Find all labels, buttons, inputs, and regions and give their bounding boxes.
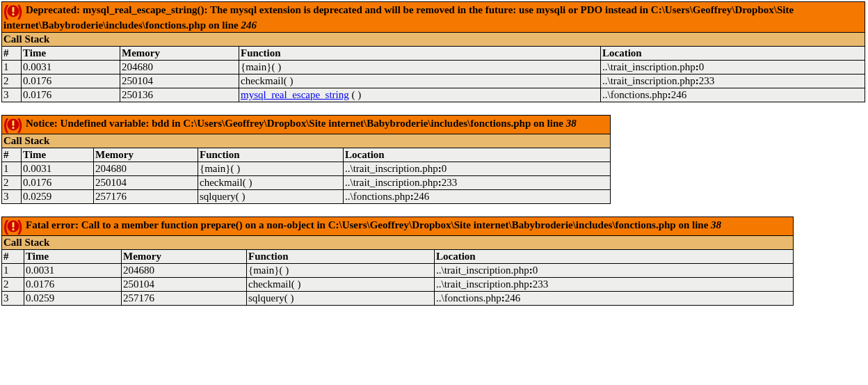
col-function: Function <box>198 148 344 162</box>
error-message-prefix: Notice: Undefined variable: bdd in C:\Us… <box>26 118 566 129</box>
cell-location: ..\fonctions.php:246 <box>435 292 794 306</box>
table-row: 20.0176250104checkmail( )..\trait_inscri… <box>2 176 611 190</box>
cell-num: 3 <box>2 292 24 306</box>
col-function: Function <box>247 250 435 264</box>
cell-function: checkmail( ) <box>198 176 344 190</box>
loc-line: 233 <box>533 278 549 290</box>
svg-rect-7 <box>13 120 15 125</box>
loc-file: ..\trait_inscription.php <box>436 265 529 276</box>
error-header: ( ) Fatal error: Call to a member functi… <box>2 217 794 236</box>
col-num: # <box>2 148 22 162</box>
error-message-prefix: Deprecated: mysql_real_escape_string(): … <box>3 4 794 31</box>
cell-function: {main}( ) <box>198 162 344 176</box>
cell-memory: 204680 <box>122 264 247 278</box>
loc-line: 233 <box>442 177 458 188</box>
cell-time: 0.0259 <box>22 190 94 204</box>
table-row: 20.0176250104checkmail( )..\trait_inscri… <box>2 278 794 292</box>
cell-location: ..\trait_inscription.php:233 <box>435 278 794 292</box>
table-row: 10.0031204680{main}( )..\trait_inscripti… <box>2 162 611 176</box>
cell-time: 0.0176 <box>22 74 120 88</box>
call-stack-label: Call Stack <box>2 236 794 250</box>
col-location: Location <box>344 148 611 162</box>
warning-icon: ( ) <box>3 3 23 19</box>
cell-location: ..\trait_inscription.php:0 <box>344 162 611 176</box>
error-header: ( ) Notice: Undefined variable: bdd in C… <box>2 116 611 134</box>
call-stack-label: Call Stack <box>2 134 611 148</box>
loc-file: ..\trait_inscription.php <box>436 278 529 290</box>
cell-function: {main}( ) <box>247 264 435 278</box>
table-row: 30.0259257176sqlquery( )..\fonctions.php… <box>2 292 794 306</box>
cell-memory: 204680 <box>120 61 239 74</box>
error-line-number: 246 <box>241 19 257 31</box>
error-message-prefix: Fatal error: Call to a member function p… <box>26 219 711 230</box>
error-line-number: 38 <box>566 118 577 129</box>
svg-text:): ) <box>17 116 22 133</box>
function-link[interactable]: mysql_real_escape_string <box>241 89 349 100</box>
loc-file: ..\fonctions.php <box>602 89 668 100</box>
cell-num: 2 <box>2 176 22 190</box>
col-memory: Memory <box>122 250 247 264</box>
error-block: ( ) Deprecated: mysql_real_escape_string… <box>1 1 867 102</box>
cell-num: 1 <box>2 162 22 176</box>
loc-file: ..\trait_inscription.php <box>345 177 438 188</box>
svg-rect-13 <box>13 228 15 230</box>
cell-location: ..\trait_inscription.php:0 <box>435 264 794 278</box>
cell-location: ..\fonctions.php:246 <box>344 190 611 204</box>
cell-function: sqlquery( ) <box>247 292 435 306</box>
cell-location: ..\trait_inscription.php:233 <box>601 74 865 88</box>
cell-function: {main}( ) <box>239 61 601 74</box>
call-stack-label: Call Stack <box>2 33 865 47</box>
col-function: Function <box>239 47 601 61</box>
function-rest: ( ) <box>349 89 362 100</box>
cell-time: 0.0259 <box>24 292 122 306</box>
svg-rect-8 <box>13 127 15 129</box>
cell-time: 0.0031 <box>22 61 120 74</box>
table-row: 10.0031204680{main}( )..\trait_inscripti… <box>2 61 865 74</box>
cell-memory: 250104 <box>120 74 239 88</box>
cell-num: 1 <box>2 61 22 74</box>
error-header: ( ) Deprecated: mysql_real_escape_string… <box>2 2 865 33</box>
svg-text:): ) <box>17 218 22 235</box>
cell-location: ..\fonctions.php:246 <box>601 88 865 102</box>
loc-line: 0 <box>699 61 705 72</box>
col-location: Location <box>435 250 794 264</box>
xdebug-table: ( ) Deprecated: mysql_real_escape_string… <box>1 1 865 102</box>
col-memory: Memory <box>120 47 239 61</box>
loc-line: 246 <box>505 292 521 304</box>
cell-time: 0.0031 <box>24 264 122 278</box>
cell-memory: 257176 <box>94 190 198 204</box>
loc-line: 246 <box>671 89 687 100</box>
svg-rect-2 <box>13 7 15 12</box>
col-num: # <box>2 250 24 264</box>
loc-line: 246 <box>414 191 430 202</box>
col-num: # <box>2 47 22 61</box>
cell-num: 2 <box>2 278 24 292</box>
col-time: Time <box>22 148 94 162</box>
cell-time: 0.0176 <box>22 88 120 102</box>
error-block: ( ) Fatal error: Call to a member functi… <box>1 217 867 306</box>
xdebug-table: ( ) Fatal error: Call to a member functi… <box>1 217 794 306</box>
cell-function: checkmail( ) <box>247 278 435 292</box>
loc-line: 233 <box>699 75 715 86</box>
loc-file: ..\trait_inscription.php <box>345 163 438 174</box>
cell-num: 3 <box>2 190 22 204</box>
svg-text:): ) <box>17 3 22 19</box>
error-block: ( ) Notice: Undefined variable: bdd in C… <box>1 115 867 204</box>
table-row: 30.0259257176sqlquery( )..\fonctions.php… <box>2 190 611 204</box>
cell-memory: 250104 <box>122 278 247 292</box>
cell-location: ..\trait_inscription.php:0 <box>601 61 865 74</box>
warning-icon: ( ) <box>3 116 23 133</box>
cell-time: 0.0031 <box>22 162 94 176</box>
loc-line: 0 <box>533 265 538 276</box>
cell-memory: 257176 <box>122 292 247 306</box>
cell-time: 0.0176 <box>24 278 122 292</box>
cell-num: 3 <box>2 88 22 102</box>
xdebug-table: ( ) Notice: Undefined variable: bdd in C… <box>1 115 611 204</box>
cell-location: ..\trait_inscription.php:233 <box>344 176 611 190</box>
loc-file: ..\fonctions.php <box>345 191 410 202</box>
cell-time: 0.0176 <box>22 176 94 190</box>
loc-line: 0 <box>442 163 447 174</box>
cell-function: mysql_real_escape_string ( ) <box>239 88 601 102</box>
svg-rect-12 <box>13 222 15 227</box>
cell-memory: 204680 <box>94 162 198 176</box>
